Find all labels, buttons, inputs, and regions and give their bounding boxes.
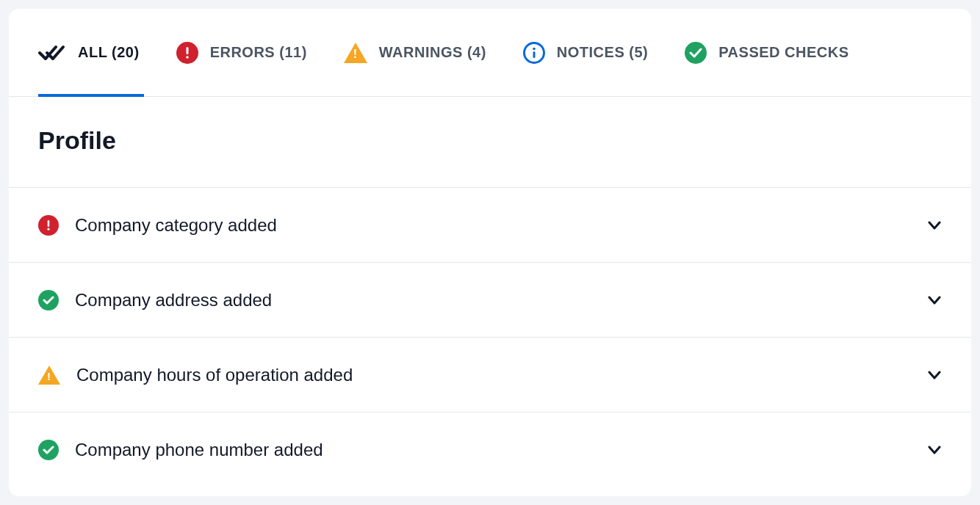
tab-warnings[interactable]: ! WARNINGS (4) <box>344 9 486 96</box>
check-row[interactable]: Company phone number added <box>9 413 971 487</box>
chevron-down-icon <box>927 443 942 457</box>
chevron-down-icon <box>927 218 942 233</box>
svg-point-2 <box>533 47 536 50</box>
tab-notices[interactable]: NOTICES (5) <box>523 9 648 96</box>
check-icon <box>38 440 59 460</box>
tab-passed-label: PASSED CHECKS <box>718 44 849 61</box>
svg-point-5 <box>47 228 49 230</box>
svg-point-1 <box>186 56 189 59</box>
check-icon <box>38 290 59 310</box>
svg-rect-3 <box>533 51 535 58</box>
check-row-label: Company address added <box>75 290 911 310</box>
tab-errors-label: ERRORS (11) <box>210 44 307 61</box>
tab-notices-label: NOTICES (5) <box>557 44 648 61</box>
check-row-label: Company phone number added <box>75 440 911 460</box>
svg-rect-0 <box>186 47 188 54</box>
check-icon <box>685 42 707 64</box>
check-row[interactable]: ! Company hours of operation added <box>9 338 971 413</box>
check-row[interactable]: Company category added <box>9 188 971 263</box>
check-row[interactable]: Company address added <box>9 263 971 338</box>
checks-card: ALL (20) ERRORS (11) ! WARNINGS (4) <box>9 9 971 496</box>
svg-rect-4 <box>48 220 50 227</box>
double-check-icon <box>38 44 66 62</box>
error-icon <box>38 215 59 236</box>
chevron-down-icon <box>927 293 942 308</box>
tabs-bar: ALL (20) ERRORS (11) ! WARNINGS (4) <box>9 9 971 97</box>
error-icon <box>176 42 198 64</box>
checks-list: Company category added Company address a… <box>9 188 971 487</box>
info-icon <box>523 42 545 64</box>
check-row-label: Company category added <box>75 215 911 236</box>
warning-icon: ! <box>344 43 367 63</box>
tab-passed[interactable]: PASSED CHECKS <box>685 9 849 96</box>
tab-warnings-label: WARNINGS (4) <box>379 44 486 61</box>
section-title: Profile <box>9 97 971 188</box>
chevron-down-icon <box>927 368 942 382</box>
check-row-label: Company hours of operation added <box>76 365 911 385</box>
tab-all[interactable]: ALL (20) <box>38 9 140 96</box>
tab-all-label: ALL (20) <box>78 44 140 61</box>
tab-errors[interactable]: ERRORS (11) <box>176 9 307 96</box>
warning-icon: ! <box>38 366 60 385</box>
